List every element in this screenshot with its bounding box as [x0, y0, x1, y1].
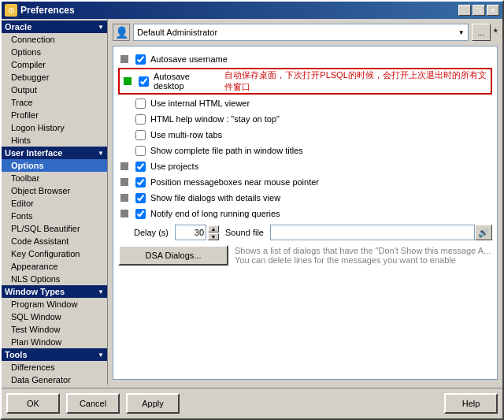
- option-notify-long: Notify end of long running queries: [118, 206, 492, 221]
- window-types-arrow-icon: ▼: [98, 288, 104, 295]
- autosave-desktop-label: Autosave desktop: [154, 72, 217, 91]
- close-button[interactable]: ×: [487, 5, 499, 16]
- ui-arrow-icon: ▼: [98, 150, 104, 157]
- more-button[interactable]: ...: [472, 24, 491, 41]
- profile-dropdown[interactable]: Default Administrator ▼: [133, 24, 469, 41]
- sidebar-section-window-types-label: Window Types: [5, 287, 65, 296]
- complete-path-checkbox[interactable]: [135, 146, 146, 156]
- oracle-arrow-icon: ▼: [98, 24, 104, 31]
- delay-increment-button[interactable]: ▲: [208, 225, 219, 232]
- use-projects-indicator: [120, 162, 128, 170]
- delay-decrement-button[interactable]: ▼: [208, 233, 219, 240]
- dsa-dialogs-button[interactable]: DSA Dialogs...: [118, 245, 228, 266]
- sidebar-item-options-ui[interactable]: Options: [2, 159, 107, 172]
- sidebar-section-tools[interactable]: Tools ▼: [2, 348, 107, 361]
- sidebar-item-plan-window[interactable]: Plan Window: [2, 336, 107, 348]
- sidebar-section-oracle[interactable]: Oracle ▼: [2, 20, 107, 33]
- sidebar-item-program-window[interactable]: Program Window: [2, 298, 107, 310]
- sidebar-item-logon-history[interactable]: Logon History: [2, 121, 107, 134]
- profile-label: Default Administrator: [137, 28, 217, 37]
- multi-row-checkbox[interactable]: [135, 130, 146, 140]
- delay-input-container: ▲ ▼: [175, 225, 219, 240]
- autosave-desktop-indicator: [124, 77, 132, 85]
- show-file-dialogs-label: Show file dialogs with details view: [150, 193, 280, 203]
- option-show-file-dialogs: Show file dialogs with details view: [118, 190, 492, 206]
- sidebar-item-key-configuration[interactable]: Key Configuration: [2, 247, 107, 260]
- sound-file-input[interactable]: [270, 225, 475, 240]
- window-controls: _ □ ×: [458, 5, 499, 16]
- sidebar-item-code-assistant[interactable]: Code Assistant: [2, 235, 107, 247]
- option-position-messageboxes: Position messageboxes near mouse pointer: [118, 174, 492, 190]
- sidebar-item-options-oracle[interactable]: Options: [2, 46, 107, 58]
- internal-html-label: Use internal HTML viewer: [150, 98, 250, 108]
- option-internal-html: Use internal HTML viewer: [118, 95, 492, 111]
- position-messageboxes-checkbox[interactable]: [135, 177, 146, 188]
- autosave-username-label: Autosave username: [150, 54, 228, 64]
- option-use-projects: Use projects: [118, 158, 492, 174]
- sidebar-item-sql-window[interactable]: SQL Window: [2, 310, 107, 323]
- delay-sound-row: Delay (s) ▲ ▼ Sound file 🔊: [134, 225, 492, 240]
- sidebar-item-trace[interactable]: Trace: [2, 96, 107, 109]
- ok-button[interactable]: OK: [6, 393, 60, 414]
- sidebar-item-plsql-beautifier[interactable]: PL/SQL Beautifier: [2, 222, 107, 235]
- autosave-desktop-note: 自动保存桌面，下次打开PLSQL的时候，会打开上次退出时的所有文件窗口: [224, 69, 489, 93]
- window-icon: ⚙: [5, 4, 17, 17]
- main-content: Oracle ▼ Connection Options Compiler Deb…: [2, 19, 502, 385]
- help-button[interactable]: Help: [444, 393, 498, 414]
- sound-label: Sound file: [225, 228, 264, 237]
- main-panel: 👤 Default Administrator ▼ ... * Autosave…: [108, 19, 502, 385]
- delay-spin-buttons: ▲ ▼: [208, 225, 219, 240]
- sidebar-item-nls-options[interactable]: NLS Options: [2, 273, 107, 285]
- complete-path-label: Show complete file path in window titles: [150, 146, 303, 155]
- minimize-button[interactable]: _: [458, 5, 471, 16]
- profile-icon: 👤: [113, 24, 130, 41]
- sidebar-section-oracle-label: Oracle: [5, 22, 32, 32]
- sidebar: Oracle ▼ Connection Options Compiler Deb…: [2, 19, 108, 385]
- sidebar-item-differences[interactable]: Differences: [2, 361, 107, 374]
- autosave-desktop-checkbox[interactable]: [139, 76, 149, 87]
- preferences-window: ⚙ Preferences _ □ × Oracle ▼ Connection …: [0, 0, 504, 420]
- apply-button[interactable]: Apply: [126, 393, 180, 414]
- sidebar-item-fonts[interactable]: Fonts: [2, 210, 107, 222]
- sidebar-item-compiler[interactable]: Compiler: [2, 58, 107, 71]
- cancel-button[interactable]: Cancel: [66, 393, 120, 414]
- sidebar-item-test-window[interactable]: Test Window: [2, 323, 107, 336]
- sidebar-section-ui-label: User Interface: [5, 148, 62, 158]
- notify-long-checkbox[interactable]: [135, 209, 146, 219]
- sidebar-item-toolbar[interactable]: Toolbar: [2, 172, 107, 184]
- multi-row-label: Use multi-row tabs: [150, 130, 222, 139]
- sidebar-item-debugger[interactable]: Debugger: [2, 71, 107, 84]
- sidebar-section-tools-label: Tools: [5, 350, 28, 359]
- sidebar-item-appearance[interactable]: Appearance: [2, 260, 107, 273]
- sidebar-item-editor[interactable]: Editor: [2, 197, 107, 210]
- sidebar-item-output[interactable]: Output: [2, 84, 107, 96]
- maximize-button[interactable]: □: [472, 5, 485, 16]
- option-multi-row: Use multi-row tabs: [118, 127, 492, 143]
- option-complete-path: Show complete file path in window titles: [118, 143, 492, 158]
- show-file-dialogs-checkbox[interactable]: [135, 193, 146, 203]
- sidebar-section-window-types[interactable]: Window Types ▼: [2, 285, 107, 298]
- profile-dropdown-arrow: ▼: [458, 29, 465, 36]
- sidebar-item-hints[interactable]: Hints: [2, 134, 107, 147]
- use-projects-checkbox[interactable]: [135, 162, 146, 172]
- sidebar-item-connection[interactable]: Connection: [2, 33, 107, 46]
- sidebar-section-user-interface[interactable]: User Interface ▼: [2, 147, 107, 159]
- internal-html-checkbox[interactable]: [135, 98, 146, 109]
- notify-long-indicator: [120, 210, 128, 217]
- sidebar-item-data-generator[interactable]: Data Generator: [2, 374, 107, 385]
- delay-input[interactable]: [175, 225, 206, 240]
- sidebar-item-object-browser[interactable]: Object Browser: [2, 184, 107, 197]
- unsaved-indicator: *: [494, 26, 498, 39]
- position-messageboxes-indicator: [120, 178, 128, 186]
- autosave-username-checkbox[interactable]: [135, 54, 146, 65]
- option-autosave-desktop: Autosave desktop 自动保存桌面，下次打开PLSQL的时候，会打开…: [118, 68, 492, 95]
- dsa-row: DSA Dialogs... Shows a list of dialogs t…: [118, 245, 492, 266]
- title-bar: ⚙ Preferences _ □ ×: [2, 2, 502, 19]
- tools-arrow-icon: ▼: [98, 351, 104, 359]
- option-autosave-username: Autosave username: [118, 51, 492, 67]
- sidebar-item-profiler[interactable]: Profiler: [2, 109, 107, 121]
- html-help-checkbox[interactable]: [135, 114, 146, 125]
- html-help-label: HTML help window : "stay on top": [150, 114, 280, 124]
- sound-browse-button[interactable]: 🔊: [475, 225, 492, 240]
- show-file-dialogs-indicator: [120, 194, 128, 202]
